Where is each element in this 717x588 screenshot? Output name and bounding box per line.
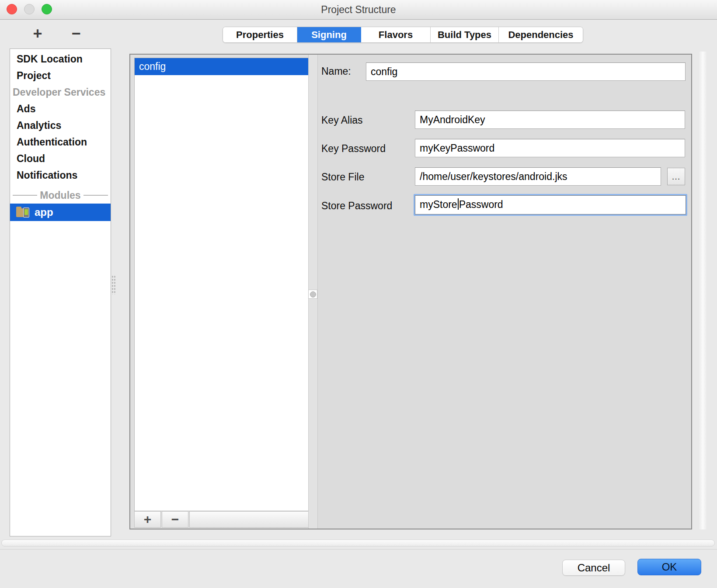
cancel-button[interactable]: Cancel: [562, 560, 625, 576]
key-password-label: Key Password: [321, 143, 386, 155]
sidebar-item-project[interactable]: Project: [10, 67, 111, 84]
sidebar-add-button[interactable]: +: [29, 25, 46, 43]
plus-icon: +: [144, 512, 152, 527]
store-password-text-before-caret: myStore: [420, 199, 457, 210]
store-password-text-after-caret: Password: [459, 199, 503, 210]
store-password-label: Store Password: [321, 200, 392, 212]
scrollbar-track: [699, 52, 707, 529]
name-input[interactable]: [366, 62, 686, 81]
panel-splitter[interactable]: [308, 55, 318, 529]
ok-button[interactable]: OK: [637, 559, 701, 575]
name-label: Name:: [321, 66, 351, 77]
config-list-toolbar: + −: [134, 511, 309, 528]
tab-build-types[interactable]: Build Types: [431, 27, 499, 42]
sidebar-list: SDK Location Project Developer Services …: [10, 49, 111, 221]
sidebar-item-app[interactable]: app: [10, 204, 111, 221]
key-alias-label: Key Alias: [321, 114, 363, 126]
store-file-browse-button[interactable]: ...: [667, 168, 685, 185]
tab-dependencies[interactable]: Dependencies: [499, 27, 583, 42]
text-caret: [458, 198, 459, 210]
key-password-input[interactable]: [415, 139, 685, 157]
tab-flavors[interactable]: Flavors: [361, 27, 431, 42]
config-remove-button[interactable]: −: [162, 511, 188, 528]
sidebar-item-sdk-location[interactable]: SDK Location: [10, 51, 111, 67]
tab-bar: Properties Signing Flavors Build Types D…: [223, 27, 583, 43]
tab-signing[interactable]: Signing: [297, 27, 361, 42]
sidebar-group-developer-services: Developer Services: [10, 84, 111, 100]
footer-separator: [0, 549, 717, 550]
signing-panel: config + − Name: Key Alias Key Password …: [129, 54, 692, 529]
plus-icon: +: [33, 24, 42, 42]
config-add-button[interactable]: +: [134, 511, 161, 528]
sidebar-item-analytics[interactable]: Analytics: [10, 117, 111, 134]
sidebar: SDK Location Project Developer Services …: [10, 48, 111, 536]
minus-icon: −: [171, 512, 179, 527]
sidebar-item-ads[interactable]: Ads: [10, 100, 111, 117]
splitter-knob-icon[interactable]: [308, 290, 317, 299]
footer-groove: [1, 540, 715, 546]
toolbar-filler: [189, 511, 309, 528]
signing-form: Name: Key Alias Key Password Store File …: [318, 55, 691, 529]
store-password-input[interactable]: myStorePassword: [414, 194, 687, 216]
window-title: Project Structure: [0, 4, 717, 16]
sidebar-item-cloud[interactable]: Cloud: [10, 150, 111, 167]
list-item-config[interactable]: config: [135, 58, 308, 75]
ellipsis-icon: ...: [672, 172, 681, 182]
sidebar-remove-button[interactable]: −: [67, 25, 85, 43]
store-file-input[interactable]: [415, 167, 661, 186]
divider: [13, 195, 37, 196]
minus-icon: −: [71, 24, 80, 42]
sidebar-item-label: app: [35, 206, 53, 218]
key-alias-input[interactable]: [415, 111, 685, 129]
window-titlebar: Project Structure: [0, 0, 717, 20]
sidebar-splitter-handle[interactable]: [111, 275, 116, 294]
divider: [84, 195, 108, 196]
tab-properties[interactable]: Properties: [223, 27, 297, 42]
android-module-icon: [16, 208, 29, 218]
store-file-label: Store File: [321, 171, 364, 183]
signing-config-list: config: [134, 58, 309, 511]
sidebar-item-authentication[interactable]: Authentication: [10, 134, 111, 150]
sidebar-modules-header: Modules: [10, 187, 111, 204]
sidebar-item-notifications[interactable]: Notifications: [10, 167, 111, 183]
